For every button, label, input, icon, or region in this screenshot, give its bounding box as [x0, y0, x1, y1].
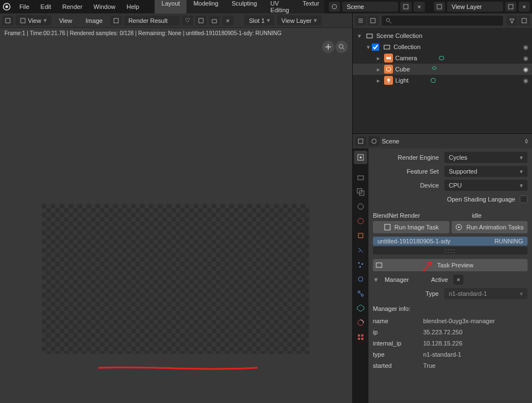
scene-close-icon[interactable]: ×: [414, 2, 425, 12]
outliner: ▾ Scene Collection ▾ Collection ◉ ▸ Came…: [353, 13, 532, 134]
new-image-icon[interactable]: [195, 16, 207, 26]
scene-browse-icon[interactable]: [329, 2, 340, 12]
eye-icon[interactable]: ◉: [523, 66, 529, 73]
collection-visible-checkbox[interactable]: [372, 44, 379, 51]
menu-render[interactable]: Render: [57, 1, 88, 12]
view-mode-dropdown[interactable]: View▾: [16, 15, 51, 26]
pin-icon[interactable]: [523, 138, 530, 145]
svg-point-32: [362, 263, 363, 265]
scene-collection-row[interactable]: ▾ Scene Collection: [353, 30, 532, 41]
particle-tab-icon[interactable]: [354, 258, 367, 271]
task-list-expand[interactable]: ::::: [373, 247, 528, 255]
eye-icon[interactable]: ◉: [523, 55, 529, 62]
object-tab-icon[interactable]: [354, 229, 367, 242]
light-icon: [384, 76, 393, 85]
viewlayer-close-icon[interactable]: ×: [519, 2, 530, 12]
outliner-type-icon[interactable]: [355, 16, 366, 26]
task-status: RUNNING: [495, 238, 523, 244]
menu-help[interactable]: Help: [121, 1, 145, 12]
viewlayer-tab-icon[interactable]: [354, 185, 367, 199]
camera-row[interactable]: ▸ Camera ◉: [353, 52, 532, 64]
manager-section[interactable]: ▼ Manager Active ×: [373, 271, 528, 288]
physics-tab-icon[interactable]: [354, 272, 367, 286]
open-image-icon[interactable]: [209, 16, 220, 26]
svg-rect-39: [361, 334, 363, 337]
viewlayer-name-input[interactable]: [447, 2, 503, 12]
render-viewport[interactable]: [0, 39, 352, 403]
run-animation-tasks-button[interactable]: Run Animation Tasks: [452, 221, 528, 233]
scene-tab-icon[interactable]: [354, 200, 367, 213]
blendnet-label: BlendNet Render: [373, 212, 420, 219]
info-key: name: [373, 318, 423, 324]
header-view-menu[interactable]: View: [54, 15, 78, 26]
editor-type-icon[interactable]: [2, 16, 13, 26]
fake-user-icon[interactable]: ♡: [182, 16, 193, 26]
svg-rect-7: [21, 18, 25, 23]
scene-name-input[interactable]: [342, 2, 398, 12]
cube-row[interactable]: ▸ Cube ◉: [353, 64, 532, 75]
light-row[interactable]: ▸ Light ◉: [353, 75, 532, 86]
properties-panel: Render Engine Cycles▾ Feature Set Suppor…: [368, 148, 532, 403]
cube-label: Cube: [395, 66, 410, 73]
new-collection-icon[interactable]: [519, 16, 530, 26]
properties-type-icon[interactable]: [355, 136, 366, 146]
render-tab-icon[interactable]: [354, 151, 367, 164]
pan-icon[interactable]: [322, 41, 334, 53]
viewlayer-new-icon[interactable]: [505, 2, 516, 12]
mesh-data-icon: [430, 65, 439, 74]
info-key: ip: [373, 329, 423, 335]
image-browse-icon[interactable]: [111, 16, 122, 26]
menu-window[interactable]: Window: [88, 1, 121, 12]
constraint-tab-icon[interactable]: [354, 287, 367, 300]
device-dropdown[interactable]: CPU▾: [444, 180, 528, 191]
task-name: untitled-1910180905-1-sdy: [377, 238, 450, 244]
scene-browse-icon[interactable]: [368, 136, 380, 146]
scene-selector: ×: [329, 2, 425, 12]
manager-close-button[interactable]: ×: [453, 275, 463, 285]
texture-tab-icon[interactable]: [354, 330, 367, 344]
task-row[interactable]: untitled-1910180905-1-sdy RUNNING: [373, 237, 528, 246]
zoom-icon[interactable]: [336, 41, 348, 53]
render-engine-dropdown[interactable]: Cycles▾: [444, 152, 528, 163]
eye-icon[interactable]: ◉: [523, 77, 529, 84]
output-tab-icon[interactable]: [354, 171, 367, 184]
svg-point-2: [332, 4, 337, 9]
device-label: Device: [373, 182, 444, 189]
info-row: typen1-standard-1: [373, 349, 528, 360]
type-dropdown[interactable]: n1-standard-1▾: [444, 288, 528, 299]
material-tab-icon[interactable]: [354, 316, 367, 329]
scene-new-icon[interactable]: [400, 2, 411, 12]
world-tab-icon[interactable]: [354, 214, 367, 228]
type-label: Type: [373, 290, 444, 297]
mesh-tab-icon[interactable]: [354, 301, 367, 315]
osl-checkbox[interactable]: [520, 195, 528, 203]
svg-point-31: [358, 262, 360, 264]
manager-label: Manager: [385, 276, 409, 283]
image-name-input[interactable]: Render Result: [124, 16, 180, 26]
slot-dropdown[interactable]: Slot 1▾: [245, 15, 275, 26]
layer-dropdown[interactable]: View Layer▾: [277, 15, 322, 26]
modifier-tab-icon[interactable]: [354, 243, 367, 257]
collection-row[interactable]: ▾ Collection ◉: [353, 41, 532, 52]
svg-line-11: [343, 48, 344, 50]
run-image-task-button[interactable]: Run Image Task: [373, 221, 449, 233]
mesh-icon: [384, 65, 393, 74]
unlink-image-icon[interactable]: ×: [222, 16, 233, 26]
properties-tabs: [353, 148, 368, 403]
feature-set-dropdown[interactable]: Supported▾: [444, 166, 528, 177]
render-status-text: Frame:1 | Time:00:21.76 | Rendered sampl…: [0, 28, 352, 39]
menu-edit[interactable]: Edit: [35, 1, 57, 12]
menu-file[interactable]: File: [14, 1, 35, 12]
task-preview-button[interactable]: Task Preview: [373, 259, 528, 271]
display-mode-icon[interactable]: [367, 16, 378, 26]
viewlayer-browse-icon[interactable]: [434, 2, 445, 12]
collection-icon: [365, 31, 374, 40]
header-image-menu[interactable]: Image: [80, 15, 108, 26]
info-row: nameblendnet-0uyg3x-manager: [373, 315, 528, 327]
eye-icon[interactable]: ◉: [523, 44, 529, 51]
outliner-search[interactable]: [382, 16, 503, 26]
svg-point-1: [6, 6, 8, 8]
svg-point-33: [360, 266, 361, 268]
render-engine-label: Render Engine: [373, 154, 444, 161]
filter-icon[interactable]: [506, 16, 517, 26]
